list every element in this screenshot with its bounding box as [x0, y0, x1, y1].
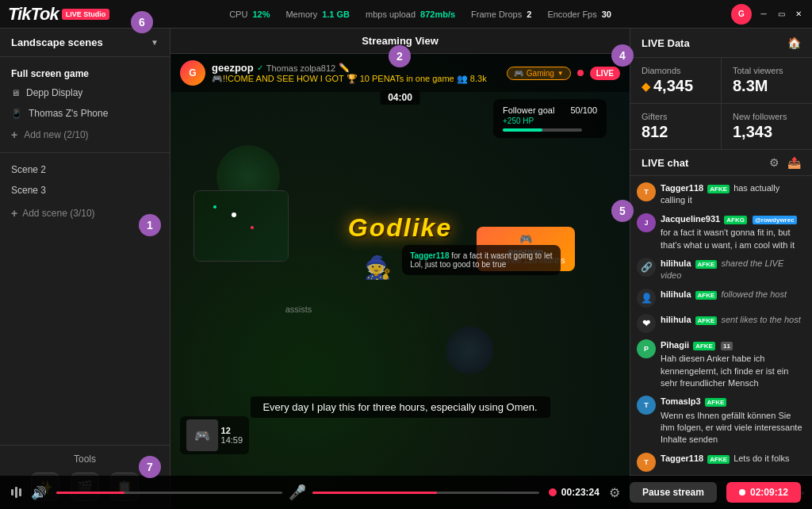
add-new-item-button[interactable]: + Add new (2/10): [0, 124, 170, 146]
game-label-assists: assists: [285, 304, 312, 314]
end-stream-button[interactable]: 02:09:12: [726, 482, 801, 503]
stream-user-avatar: G: [180, 60, 205, 86]
gifters-stat-card: Gifters 812: [630, 104, 721, 149]
cpu-stat: CPU 12%: [229, 10, 270, 19]
minimize-button[interactable]: ─: [758, 9, 769, 20]
edit-icon[interactable]: ✏️: [339, 63, 350, 73]
encoder-fps-stat: Encoder Fps 30: [547, 10, 611, 19]
left-sidebar: Landscape scenes ▼ Full screen game 🖥 De…: [0, 29, 170, 509]
app-branding: TikTok LIVE Studio: [8, 4, 109, 25]
verified-icon: ✓: [257, 63, 263, 72]
user-avatar-top[interactable]: G: [731, 4, 752, 25]
annotation-badge-4: 4: [611, 44, 634, 67]
scenes-header-title: Landscape scenes: [11, 36, 103, 48]
scene-item-depp-display[interactable]: 🖥 Depp Display: [0, 82, 170, 103]
scene-divider: [0, 152, 170, 153]
chevron-down-icon: ▼: [151, 38, 159, 47]
diamond-icon: ◆: [642, 80, 650, 93]
chat-avatar: T: [637, 453, 656, 472]
tiktok-logo: TikTok LIVE Studio: [8, 4, 109, 25]
chat-message-action: 👤 hilihula AFKE followed the host: [637, 289, 806, 308]
close-button[interactable]: ✕: [793, 9, 804, 20]
chat-message-content: Tagger118 AFKE has actually calling it: [661, 182, 806, 207]
scene-item-thomas-phone[interactable]: 📱 Thomas Z's Phone: [0, 103, 170, 124]
chat-settings-icon[interactable]: ⚙: [769, 156, 779, 169]
chat-avatar: J: [637, 213, 656, 232]
chat-message-action: 🔗 hilihula AFKE shared the LIVE video: [637, 258, 806, 282]
live-studio-badge: LIVE Studio: [62, 9, 110, 20]
restore-button[interactable]: ▭: [776, 9, 787, 20]
stream-bottom-controls: 🔊 🎤 00:23:24 ⚙ Pause stream 02:09:12: [0, 476, 812, 509]
hud-timer: 04:00: [380, 90, 420, 105]
volume-icon: 🔊: [31, 485, 47, 500]
chat-action-content: hilihula AFKE sent likes to the host: [661, 314, 806, 326]
stream-title: 🎮!!COME AND SEE HOW I GOT 🏆 10 PENATs in…: [212, 74, 487, 84]
stream-username: geezpop: [212, 62, 254, 74]
record-time: 00:23:24: [561, 487, 599, 498]
main-layout: Landscape scenes ▼ Full screen game 🖥 De…: [0, 29, 812, 509]
diamonds-stat-card: Diamonds ◆ 4,345: [630, 58, 721, 103]
annotation-badge-2: 2: [389, 45, 411, 67]
record-indicator: 00:23:24: [549, 487, 599, 498]
chat-message-content: Tagger118 AFKE Lets do it folks: [661, 453, 806, 465]
tools-title: Tools: [11, 454, 159, 465]
pause-stream-button[interactable]: Pause stream: [630, 482, 717, 503]
frame-drops-stat: Frame Drops 2: [471, 10, 531, 19]
chat-action-content: hilihula AFKE shared the LIVE video: [661, 258, 806, 282]
chat-avatar: T: [637, 182, 656, 201]
upload-stat: mbps upload 872mb/s: [366, 10, 455, 19]
new-followers-stat-card: New followers 1,343: [722, 104, 812, 149]
category-badge[interactable]: 🎮 Gaming ▼: [507, 67, 571, 80]
scene-3[interactable]: Scene 3: [0, 180, 170, 201]
minimap: [193, 190, 289, 262]
live-chat-title: LIVE chat: [642, 157, 688, 169]
record-dot: [549, 488, 557, 496]
streaming-view-header: Streaming View 2: [170, 29, 630, 54]
chat-message-content: Tomaslp3 AFKE Wenn es Ihnen gefällt könn…: [661, 396, 806, 446]
plus-icon: +: [11, 128, 17, 141]
stream-view: 🧙 assists Godlike 04:00 Follower goal 50…: [170, 54, 630, 509]
chat-export-icon[interactable]: 📤: [787, 156, 801, 169]
annotation-badge-6: 6: [131, 11, 153, 33]
stream-badges: 🎮 Gaming ▼ LIVE: [507, 67, 620, 80]
subtitle-bar: Every day I play this for three hours, e…: [250, 396, 550, 418]
total-viewers-stat-card: Total viewers 8.3M: [722, 58, 812, 103]
plus-icon-scene: +: [11, 207, 17, 220]
phone-icon: 📱: [11, 109, 22, 119]
annotation-badge-5: 5: [611, 200, 634, 222]
live-data-title: LIVE Data: [642, 37, 690, 49]
game-character: 🧙: [354, 236, 402, 300]
live-indicator: LIVE: [590, 67, 620, 80]
center-area: Streaming View 2 🧙 assists: [170, 29, 630, 509]
chat-action-content: hilihula AFKE followed the host: [661, 289, 806, 300]
chat-avatar-action: 🔗: [637, 258, 656, 277]
stats-bar: CPU 12% Memory 1.1 GB mbps upload 872mb/…: [109, 10, 731, 19]
chat-message-content: Pihagii AFKE 11 Hah diesen Anker habe ic…: [661, 339, 806, 390]
scene-title: Full screen game: [0, 63, 170, 82]
right-panel: LIVE Data 🏠 4 Diamonds ◆ 4,345 Total vie…: [630, 29, 812, 509]
chat-avatar: P: [637, 339, 656, 358]
end-dot-icon: [739, 489, 745, 496]
chat-message: T Tagger118 AFKE has actually calling it: [637, 182, 806, 207]
annotation-badge-1: 1: [139, 214, 161, 236]
live-stats-grid: Diamonds ◆ 4,345 Total viewers 8.3M Gift…: [630, 58, 812, 150]
stream-chat-bubble: Tagger118 for a fact it wasnt going to l…: [402, 245, 561, 275]
equalizer-icon: [11, 487, 21, 498]
stream-user-details: geezpop ✓ Thomas zolpa812 ✏️ 🎮!!COME AND…: [212, 62, 487, 84]
home-icon[interactable]: 🏠: [787, 36, 801, 49]
godlike-text: Godlike: [348, 213, 452, 243]
scene-2[interactable]: Scene 2: [0, 159, 170, 180]
chat-header-actions: ⚙ 📤: [769, 156, 801, 169]
chat-message: J Jacqueline931 AFKG @rowdywrec for a fa…: [637, 213, 806, 251]
chat-avatar-action: ❤: [637, 314, 656, 333]
monitor-icon: 🖥: [11, 88, 20, 98]
settings-icon[interactable]: ⚙: [609, 485, 620, 500]
chat-avatar-action: 👤: [637, 289, 656, 308]
chat-avatar: T: [637, 396, 656, 415]
mic-icon[interactable]: 🎤: [289, 484, 306, 501]
follower-goal: Follower goal 50/100 +250 HP: [493, 99, 607, 138]
top-bar: TikTok LIVE Studio CPU 12% Memory 1.1 GB…: [0, 0, 812, 29]
chat-message: P Pihagii AFKE 11 Hah diesen Anker habe …: [637, 339, 806, 390]
chat-messages-list: T Tagger118 AFKE has actually calling it…: [630, 176, 812, 475]
volume-slider[interactable]: 🎤: [56, 484, 539, 501]
